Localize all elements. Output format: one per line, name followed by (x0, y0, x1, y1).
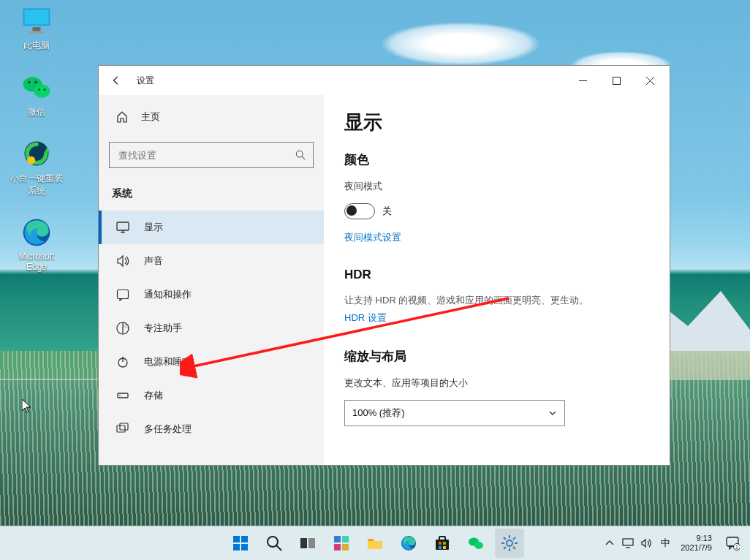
taskbar-widgets[interactable] (327, 529, 356, 558)
svg-marker-67 (730, 546, 732, 549)
sidebar-item-power[interactable]: 电源和睡眠 (99, 345, 324, 379)
sidebar-item-label: 专注助手 (144, 322, 182, 335)
search-input[interactable] (109, 142, 314, 168)
taskbar-wechat[interactable] (461, 529, 490, 558)
desktop-icon-wechat[interactable]: 微信 (7, 71, 66, 118)
sidebar-item-label: 多任务处理 (144, 423, 192, 436)
taskbar: 中 9:13 2021/7/9 1 (0, 526, 750, 560)
close-button[interactable] (633, 69, 667, 92)
folder-icon (366, 534, 384, 552)
notification-center[interactable]: 1 (719, 530, 746, 556)
svg-point-9 (44, 88, 46, 91)
svg-point-6 (28, 81, 31, 84)
desktop-icon-edge[interactable]: Microsoft Edge (7, 216, 66, 272)
desktop-icon-xiaobai[interactable]: 小白一键重装系统 (7, 137, 66, 197)
scale-select[interactable]: 100% (推荐) (344, 400, 565, 426)
store-icon (433, 534, 451, 552)
desktop-icon-label: Microsoft Edge (7, 251, 66, 272)
night-mode-toggle[interactable]: 关 (344, 203, 649, 219)
sidebar-item-focus[interactable]: 专注助手 (99, 311, 324, 345)
nav-home[interactable]: 主页 (99, 102, 324, 132)
svg-rect-51 (439, 546, 442, 549)
svg-text:1: 1 (735, 545, 738, 550)
night-mode-settings-link[interactable]: 夜间模式设置 (344, 231, 649, 244)
svg-rect-3 (29, 31, 45, 34)
storage-icon (116, 389, 129, 402)
svg-rect-47 (436, 540, 449, 550)
search-icon (295, 150, 306, 160)
sidebar-item-label: 电源和睡眠 (144, 355, 192, 368)
back-button[interactable] (102, 66, 131, 95)
start-button[interactable] (226, 529, 255, 558)
taskbar-taskview[interactable] (293, 529, 322, 558)
display-tray-icon (622, 537, 634, 549)
hdr-description: 让支持 HDR 的视频、游戏和应用的画面更明亮、更生动。 (344, 294, 649, 307)
taskbar-search[interactable] (260, 529, 289, 558)
section-scale: 缩放与布局 (344, 348, 649, 365)
section-color: 颜色 (344, 151, 649, 168)
sidebar-item-display[interactable]: 显示 (99, 211, 324, 244)
power-icon (116, 355, 129, 368)
desktop: 此电脑 微信 小白一键重装系统 Microsoft Edge 设置 (0, 0, 750, 560)
window-title: 设置 (137, 75, 154, 87)
toggle-track (344, 203, 375, 219)
system-tray[interactable] (599, 537, 656, 549)
svg-rect-43 (342, 536, 349, 542)
svg-rect-48 (439, 537, 445, 540)
edge-icon (20, 216, 53, 249)
titlebar[interactable]: 设置 (99, 66, 670, 95)
sidebar-item-label: 显示 (144, 221, 163, 234)
hdr-settings-link[interactable]: HDR 设置 (344, 311, 649, 325)
sidebar-item-sound[interactable]: 声音 (99, 244, 324, 278)
wechat-icon (20, 71, 53, 103)
sidebar-item-multitask[interactable]: 多任务处理 (99, 412, 324, 446)
minimize-button[interactable] (566, 69, 599, 92)
edge-icon (400, 534, 417, 552)
widgets-icon (333, 534, 350, 552)
sidebar-category: 系统 (99, 173, 324, 208)
search-icon (265, 534, 283, 552)
volume-tray-icon (640, 537, 652, 549)
section-hdr: HDR (344, 268, 649, 282)
svg-line-63 (513, 537, 515, 540)
taskbar-store[interactable] (428, 529, 457, 558)
notification-icon: 1 (725, 536, 740, 550)
page-heading: 显示 (344, 110, 649, 135)
svg-marker-24 (120, 299, 122, 301)
desktop-icon-this-pc[interactable]: 此电脑 (7, 4, 66, 52)
scale-value: 100% (推荐) (352, 406, 405, 420)
night-mode-label: 夜间模式 (344, 180, 649, 193)
sidebar-item-label: 存储 (144, 389, 163, 402)
svg-rect-30 (120, 423, 128, 430)
ime-indicator[interactable]: 中 (658, 537, 673, 550)
svg-rect-20 (117, 222, 129, 230)
focus-icon (116, 322, 129, 335)
svg-rect-37 (241, 544, 248, 550)
svg-point-55 (507, 540, 512, 546)
sidebar-item-storage[interactable]: 存储 (99, 379, 324, 412)
svg-rect-15 (613, 77, 620, 84)
svg-point-28 (119, 395, 121, 396)
home-icon (116, 111, 128, 123)
svg-point-12 (27, 156, 35, 164)
svg-rect-41 (308, 538, 315, 548)
taskbar-explorer[interactable] (360, 529, 390, 558)
svg-rect-34 (233, 536, 240, 542)
pc-icon (20, 4, 53, 37)
search-field[interactable] (117, 149, 295, 162)
taskbar-edge[interactable] (394, 529, 423, 558)
sidebar-item-notifications[interactable]: 通知和操作 (99, 278, 324, 311)
sound-icon (116, 254, 129, 268)
chevron-up-icon (604, 537, 615, 549)
sidebar-item-label: 声音 (144, 254, 163, 268)
nav-home-label: 主页 (141, 110, 160, 124)
svg-line-39 (276, 545, 281, 550)
svg-rect-50 (443, 542, 446, 545)
desktop-icon-label: 此电脑 (7, 39, 66, 52)
maximize-button[interactable] (599, 69, 633, 92)
svg-point-8 (38, 88, 40, 91)
wallpaper-decor (380, 22, 541, 66)
svg-point-18 (296, 151, 303, 157)
taskbar-settings[interactable] (495, 529, 524, 558)
taskbar-clock[interactable]: 9:13 2021/7/9 (675, 534, 718, 553)
